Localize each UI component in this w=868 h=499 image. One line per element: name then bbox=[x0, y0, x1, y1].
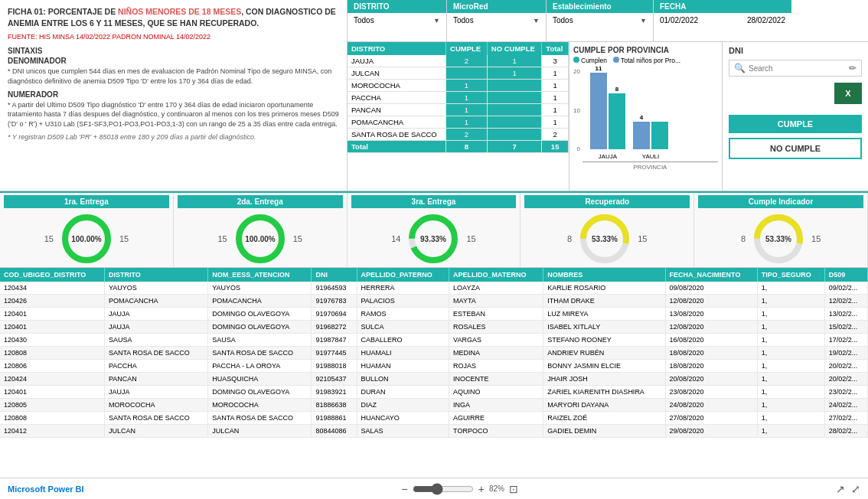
main-col-header: NOMBRES bbox=[543, 268, 665, 282]
table-cell: VARGAS bbox=[449, 334, 543, 347]
table-cell: BULLON bbox=[357, 373, 449, 386]
table-cell: KARLIE ROSARIO bbox=[543, 282, 665, 295]
main-col-header: APELLIDO_MATERNO bbox=[449, 268, 543, 282]
search-input[interactable] bbox=[749, 64, 846, 73]
fecha-filter: FECHA 01/02/2022 28/02/2022 bbox=[654, 0, 791, 41]
table-cell: JHAIR JOSH bbox=[543, 373, 665, 386]
table-cell: 120401 bbox=[0, 386, 104, 399]
fit-page-button[interactable]: ⊡ bbox=[509, 483, 518, 495]
table-cell: JAUJA bbox=[104, 321, 207, 334]
dni-title: DNI bbox=[729, 46, 862, 55]
donut-section-4: Cumple Indicador 8 53.33% 15 bbox=[694, 193, 868, 267]
district-table-row: PACCHA 1 1 bbox=[348, 92, 569, 104]
table-cell: 09/02/2... bbox=[824, 282, 867, 295]
donut-container-0: 15 100.00% 15 bbox=[44, 212, 129, 266]
establecimiento-filter[interactable]: Establecimiento Todos ▼ bbox=[547, 0, 654, 41]
cumple-cell: 2 bbox=[446, 129, 488, 141]
table-cell: LOAYZA bbox=[449, 282, 543, 295]
zoom-in-button[interactable]: + bbox=[478, 483, 485, 495]
excel-export-button[interactable]: X bbox=[834, 83, 862, 104]
zoom-controls: − + 82% ⊡ bbox=[402, 483, 518, 495]
total-cell: 1 bbox=[542, 67, 569, 80]
cumple-cell: 1 bbox=[446, 104, 488, 116]
zoom-slider[interactable] bbox=[413, 483, 474, 495]
donut-pct-2: 93.33% bbox=[421, 235, 447, 243]
table-cell: 91988861 bbox=[312, 412, 357, 425]
cumple-button[interactable]: CUMPLE bbox=[729, 115, 862, 133]
zoom-out-button[interactable]: − bbox=[402, 483, 408, 495]
table-row: 120424PANCANHUASQUICHA92105437BULLONINOC… bbox=[0, 373, 868, 386]
microred-filter[interactable]: MicroRed Todos ▼ bbox=[447, 0, 547, 41]
main-col-header: COD_UBIGEO_DISTRITO bbox=[0, 268, 104, 282]
table-cell: STEFANO ROONEY bbox=[543, 334, 665, 347]
table-cell: MEDINA bbox=[449, 347, 543, 360]
distrito-filter[interactable]: DISTRITO Todos ▼ bbox=[348, 0, 447, 41]
table-cell: SANTA ROSA DE SACCO bbox=[208, 347, 312, 360]
nocumple-cell bbox=[487, 104, 542, 116]
table-cell: MOROCOCHA bbox=[208, 399, 312, 412]
cumple-cell bbox=[446, 67, 488, 80]
table-row: 120808SANTA ROSA DE SACCOSANTA ROSA DE S… bbox=[0, 412, 868, 425]
nocumple-button[interactable]: NO CUMPLE bbox=[729, 138, 862, 159]
establecimiento-select[interactable]: Todos ▼ bbox=[547, 13, 653, 28]
table-cell: 120434 bbox=[0, 282, 104, 295]
donut-title-3: Recuperado bbox=[524, 195, 690, 208]
table-cell: INOCENTE bbox=[449, 373, 543, 386]
donut-container-1: 15 100.00% 15 bbox=[217, 212, 302, 266]
table-cell: ITHAM DRAKE bbox=[543, 295, 665, 308]
right-panel: DISTRITO Todos ▼ MicroRed Todos ▼ Establ… bbox=[348, 0, 868, 191]
table-cell: 12/08/2020 bbox=[665, 321, 757, 334]
table-cell: 1, bbox=[757, 282, 824, 295]
table-cell: RAIZEL ZOÉ bbox=[543, 412, 665, 425]
table-cell: 1, bbox=[757, 308, 824, 321]
table-cell: ESTEBAN bbox=[449, 308, 543, 321]
donut-section-3: Recuperado 8 53.33% 15 bbox=[520, 193, 694, 267]
table-cell: 1, bbox=[757, 373, 824, 386]
donut-right-num-3: 15 bbox=[638, 234, 647, 243]
table-cell: 28/02/2... bbox=[824, 425, 867, 438]
donut-pct-3: 53.33% bbox=[592, 235, 618, 243]
chart-title: CUMPLE POR PROVINCIA bbox=[573, 46, 718, 54]
table-cell: POMACANCHA bbox=[208, 295, 312, 308]
table-cell: 20/08/2020 bbox=[665, 373, 757, 386]
main-col-header: TIPO_SEGURO bbox=[757, 268, 824, 282]
microred-select[interactable]: Todos ▼ bbox=[447, 13, 546, 28]
share-icon[interactable]: ↗ bbox=[836, 483, 845, 495]
table-cell: SANTA ROSA DE SACCO bbox=[104, 347, 207, 360]
bar-jauja: 11 8 JAUJA bbox=[590, 65, 625, 160]
table-cell: PANCAN bbox=[104, 373, 207, 386]
table-cell: 13/02/2... bbox=[824, 308, 867, 321]
table-cell: 120401 bbox=[0, 308, 104, 321]
donut-chart-2: 93.33% bbox=[406, 212, 460, 266]
table-cell: 120401 bbox=[0, 321, 104, 334]
donut-left-num-1: 15 bbox=[217, 234, 227, 243]
province-chart-section: CUMPLE POR PROVINCIA Cumplen Total niños… bbox=[569, 42, 723, 191]
legend-cumple: Cumplen bbox=[573, 57, 607, 64]
table-cell: 1, bbox=[757, 412, 824, 425]
table-cell: 15/02/2... bbox=[824, 321, 867, 334]
district-cell: Total bbox=[348, 141, 446, 153]
table-cell: HUAMAN bbox=[357, 360, 449, 373]
table-cell: INGA bbox=[449, 399, 543, 412]
search-box[interactable]: 🔍 ✏ bbox=[729, 60, 862, 77]
cumple-cell: 1 bbox=[446, 116, 488, 129]
table-cell: ROJAS bbox=[449, 360, 543, 373]
table-cell: DIAZ bbox=[357, 399, 449, 412]
table-row: 120412JULCANJULCAN80844086SALASTORPOCOGA… bbox=[0, 425, 868, 438]
distrito-value: Todos bbox=[354, 16, 374, 24]
chart-x-title: PROVINCIA bbox=[582, 164, 718, 171]
donut-section-0: 1ra. Entrega 15 100.00% 15 bbox=[0, 193, 174, 267]
denominator-text: * DNI unicos que cumplen 544 días en mes… bbox=[8, 67, 339, 86]
table-cell: 120805 bbox=[0, 399, 104, 412]
fullscreen-icon[interactable]: ⤢ bbox=[851, 483, 860, 495]
fecha-end: 28/02/2022 bbox=[747, 16, 785, 24]
district-cell: POMACANCHA bbox=[348, 116, 446, 129]
powerbi-link[interactable]: Microsoft Power BI bbox=[8, 484, 84, 494]
table-cell: DOMINGO OLAVEGOYA bbox=[208, 308, 312, 321]
report-title: FICHA 01: PORCENTAJE DE NIÑOS MENORES DE… bbox=[8, 6, 339, 28]
microred-label: MicroRed bbox=[447, 0, 546, 13]
main-data-table-section: COD_UBIGEO_DISTRITODISTRITONOM_EESS_ATEN… bbox=[0, 268, 868, 478]
distrito-select[interactable]: Todos ▼ bbox=[348, 13, 446, 28]
donut-container-4: 8 53.33% 15 bbox=[741, 212, 821, 266]
edit-icon[interactable]: ✏ bbox=[849, 63, 857, 73]
